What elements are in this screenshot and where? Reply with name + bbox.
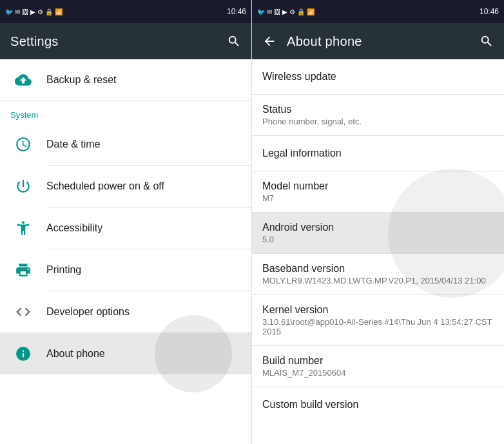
settings-icon-status: ⚙	[37, 8, 43, 15]
left-status-icons: 🐦 ✉ 🖼 ▶ ⚙ 🔒 📶	[5, 8, 63, 15]
section-system-header: System	[0, 101, 251, 124]
right-app-bar-title: About phone	[287, 34, 480, 49]
right-sim-icon: 📶	[307, 8, 315, 15]
backup-reset-title: Backup & reset	[46, 74, 241, 86]
list-item-about-phone[interactable]: About phone	[0, 333, 251, 374]
right-search-icon[interactable]	[480, 34, 494, 48]
accessibility-icon	[10, 220, 36, 236]
info-item-custom-build[interactable]: Custom build version	[252, 387, 504, 422]
build-number-title: Build number	[262, 355, 494, 367]
right-status-icons: 🐦 ✉ 🖼 ▶ ⚙ 🔒 📶	[257, 8, 315, 15]
info-item-kernel[interactable]: Kernel version 3.10.61\root@app010-All-S…	[252, 295, 504, 345]
info-icon	[10, 345, 36, 362]
accessibility-title: Accessibility	[46, 222, 241, 234]
print-icon	[10, 262, 36, 278]
list-item-printing[interactable]: Printing	[0, 249, 251, 291]
legal-title: Legal information	[262, 148, 494, 159]
info-item-status[interactable]: Status Phone number, signal, etc.	[252, 95, 504, 135]
youtube-icon: ▶	[30, 8, 35, 15]
right-twitter-icon: 🐦	[257, 8, 265, 15]
kernel-title: Kernel version	[262, 304, 494, 316]
list-item-accessibility[interactable]: Accessibility	[0, 208, 251, 249]
right-lock-icon: 🔒	[297, 8, 305, 15]
left-search-icon[interactable]	[227, 34, 241, 48]
info-item-legal[interactable]: Legal information	[252, 136, 504, 171]
wireless-update-title: Wireless update	[262, 71, 494, 82]
right-app-bar: About phone	[252, 23, 504, 59]
sim-icon: 📶	[55, 8, 63, 15]
printing-title: Printing	[46, 264, 241, 276]
left-settings-list: Backup & reset System Date & time	[0, 59, 251, 444]
right-mail-icon: ✉	[267, 8, 272, 15]
info-item-wireless-update[interactable]: Wireless update	[252, 59, 504, 94]
backup-icon	[10, 72, 36, 88]
left-app-bar: Settings	[0, 23, 251, 59]
right-settings-icon-status: ⚙	[289, 8, 295, 15]
info-item-android-version[interactable]: Android version 5.0	[252, 213, 504, 253]
mail-icon: ✉	[15, 8, 20, 15]
date-time-text: Date & time	[46, 139, 241, 150]
ripple-effect	[155, 315, 232, 392]
twitter-icon: 🐦	[5, 8, 13, 15]
printing-text: Printing	[46, 264, 241, 276]
left-status-bar: 🐦 ✉ 🖼 ▶ ⚙ 🔒 📶 10:46	[0, 0, 251, 23]
code-icon	[10, 304, 36, 320]
developer-options-text: Developer options	[46, 306, 241, 318]
developer-options-title: Developer options	[46, 306, 241, 318]
custom-build-title: Custom build version	[262, 399, 494, 410]
scheduled-power-text: Scheduled power on & off	[46, 180, 241, 192]
scheduled-power-title: Scheduled power on & off	[46, 180, 241, 192]
power-icon	[10, 178, 36, 195]
accessibility-text: Accessibility	[46, 222, 241, 234]
right-status-bar: 🐦 ✉ 🖼 ▶ ⚙ 🔒 📶 10:46	[252, 0, 504, 23]
left-status-time: 10:46	[227, 7, 246, 16]
info-item-build-number[interactable]: Build number MLAIS_M7_20150604	[252, 346, 504, 387]
backup-reset-text: Backup & reset	[46, 74, 241, 86]
right-youtube-icon: ▶	[282, 8, 287, 15]
right-status-time: 10:46	[480, 7, 499, 16]
list-item-scheduled-power[interactable]: Scheduled power on & off	[0, 166, 251, 207]
left-app-bar-title: Settings	[10, 34, 227, 49]
right-image-icon: 🖼	[274, 8, 280, 15]
image-icon: 🖼	[22, 8, 28, 15]
left-panel: 🐦 ✉ 🖼 ▶ ⚙ 🔒 📶 10:46 Settings	[0, 0, 252, 444]
status-title: Status	[262, 104, 494, 115]
back-button[interactable]	[262, 34, 276, 48]
list-item-backup-reset[interactable]: Backup & reset	[0, 59, 251, 101]
clock-icon	[10, 136, 36, 153]
kernel-value: 3.10.61\root@app010-All-Series #14\Thu J…	[262, 317, 494, 336]
about-phone-list: Wireless update Status Phone number, sig…	[252, 59, 504, 444]
date-time-title: Date & time	[46, 139, 241, 150]
right-panel: 🐦 ✉ 🖼 ▶ ⚙ 🔒 📶 10:46 About phone Wireless…	[252, 0, 504, 444]
list-item-date-time[interactable]: Date & time	[0, 124, 251, 165]
lock-icon: 🔒	[45, 8, 53, 15]
status-value: Phone number, signal, etc.	[262, 117, 494, 126]
build-number-value: MLAIS_M7_20150604	[262, 368, 494, 378]
